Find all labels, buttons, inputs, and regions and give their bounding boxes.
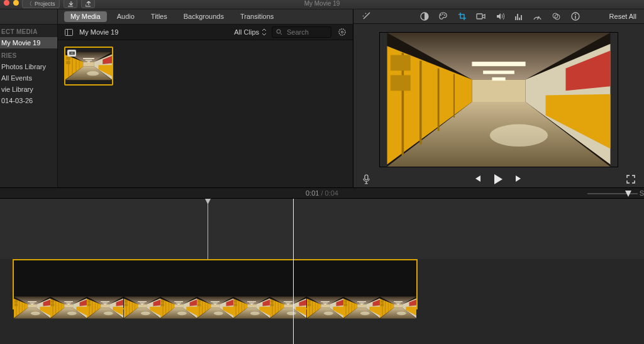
timeline-settings-hint[interactable]: S bbox=[640, 189, 644, 197]
search-field[interactable] bbox=[272, 26, 331, 38]
window-titlebar: 〈Projects My Movie 19 bbox=[0, 0, 644, 9]
import-button[interactable] bbox=[64, 0, 77, 8]
timecode-bar: 0:01 / 0:04 S bbox=[0, 187, 644, 199]
svg-rect-18 bbox=[65, 29, 72, 35]
wand-icon[interactable] bbox=[361, 11, 371, 21]
camera-badge-icon bbox=[67, 50, 76, 57]
playhead[interactable] bbox=[293, 199, 294, 344]
sidebar-item-library[interactable]: vie Library bbox=[0, 84, 57, 95]
share-icon bbox=[86, 1, 91, 7]
media-grid[interactable] bbox=[58, 40, 353, 187]
share-button[interactable] bbox=[81, 0, 95, 8]
search-input[interactable] bbox=[286, 28, 323, 36]
svg-point-22 bbox=[339, 29, 345, 35]
tab-transitions[interactable]: Transitions bbox=[234, 11, 280, 22]
svg-rect-30 bbox=[477, 14, 482, 19]
camcorder-icon[interactable] bbox=[476, 11, 486, 21]
sidebar-item-photos[interactable]: Photos Library bbox=[0, 61, 57, 72]
reset-all-button[interactable]: Reset All bbox=[609, 13, 636, 20]
volume-icon[interactable] bbox=[495, 11, 505, 21]
sidebar-header-media: ECT MEDIA bbox=[0, 25, 57, 37]
play-button[interactable] bbox=[493, 174, 504, 185]
svg-point-20 bbox=[277, 30, 280, 33]
svg-point-35 bbox=[575, 14, 576, 15]
prev-button[interactable] bbox=[473, 174, 483, 184]
search-icon bbox=[276, 29, 282, 35]
fullscreen-button[interactable] bbox=[626, 175, 635, 184]
media-clip-thumbnail[interactable] bbox=[64, 47, 113, 86]
svg-line-21 bbox=[280, 33, 282, 35]
list-view-toggle[interactable] bbox=[63, 27, 74, 37]
clip-filter-dropdown[interactable]: All Clips bbox=[234, 28, 267, 36]
tab-titles[interactable]: Titles bbox=[145, 11, 174, 22]
tab-audio[interactable]: Audio bbox=[111, 11, 141, 22]
viewer-toolbar: Reset All bbox=[353, 9, 644, 24]
voiceover-button[interactable] bbox=[362, 174, 370, 184]
svg-point-29 bbox=[444, 14, 445, 16]
info-icon[interactable] bbox=[570, 11, 580, 21]
sidebar-toggle-icon bbox=[65, 29, 73, 36]
timeline-clip[interactable] bbox=[13, 259, 418, 309]
svg-point-28 bbox=[442, 14, 443, 15]
timeline-zoom-slider[interactable] bbox=[587, 191, 638, 197]
fullscreen-icon bbox=[626, 175, 635, 184]
eq-icon[interactable] bbox=[514, 11, 524, 21]
clip-filmstrip bbox=[14, 260, 416, 344]
mic-icon bbox=[362, 174, 370, 184]
transport-bar bbox=[353, 170, 644, 187]
sidebar-project-item[interactable]: My Movie 19 bbox=[0, 37, 57, 48]
clip-filter-label: All Clips bbox=[234, 28, 259, 36]
library-sidebar: ECT MEDIA My Movie 19 RIES Photos Librar… bbox=[0, 9, 58, 187]
back-label: Projects bbox=[35, 1, 55, 7]
media-tabs: My Media Audio Titles Backgrounds Transi… bbox=[58, 9, 353, 25]
speed-icon[interactable] bbox=[533, 11, 543, 21]
tab-backgrounds[interactable]: Backgrounds bbox=[177, 11, 230, 22]
current-time: 0:01 bbox=[306, 189, 319, 197]
sidebar-header-libraries: RIES bbox=[0, 48, 57, 61]
preview-frame-image bbox=[380, 33, 618, 167]
window-title: My Movie 19 bbox=[304, 0, 340, 7]
window-minimize-button[interactable] bbox=[13, 0, 19, 6]
browser-toolbar: My Movie 19 All Clips bbox=[58, 25, 353, 40]
timeline[interactable] bbox=[0, 199, 644, 344]
crop-icon[interactable] bbox=[457, 11, 467, 21]
tab-my-media[interactable]: My Media bbox=[64, 11, 107, 22]
window-close-button[interactable] bbox=[4, 0, 9, 6]
svg-point-25 bbox=[70, 52, 72, 54]
svg-rect-37 bbox=[365, 175, 368, 180]
next-button[interactable] bbox=[514, 174, 525, 184]
svg-point-23 bbox=[341, 31, 343, 33]
palette-icon[interactable] bbox=[438, 11, 448, 21]
skimmer-marker[interactable] bbox=[208, 199, 208, 259]
back-to-projects-button[interactable]: 〈Projects bbox=[22, 0, 60, 8]
gear-icon bbox=[338, 28, 347, 36]
import-icon bbox=[68, 1, 73, 7]
total-time: 0:04 bbox=[325, 189, 338, 197]
browser-settings-button[interactable] bbox=[336, 26, 348, 38]
filters-icon[interactable] bbox=[552, 11, 562, 21]
sidebar-item-date[interactable]: 014-03-26 bbox=[0, 95, 57, 106]
updown-icon bbox=[262, 29, 267, 35]
viewer-screen[interactable] bbox=[353, 24, 644, 170]
browser-title: My Movie 19 bbox=[79, 28, 118, 36]
svg-point-27 bbox=[440, 14, 441, 16]
sidebar-item-events[interactable]: All Events bbox=[0, 72, 57, 84]
svg-line-31 bbox=[538, 16, 540, 19]
balance-icon[interactable] bbox=[419, 11, 430, 21]
